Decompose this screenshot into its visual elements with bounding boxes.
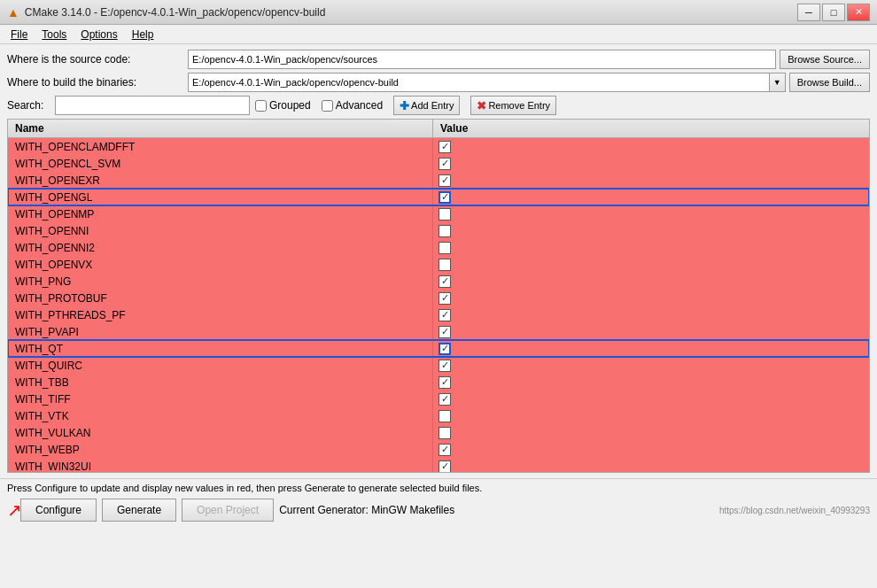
entry-value	[433, 224, 869, 238]
entry-name: WITH_WIN32UI	[8, 458, 433, 473]
menu-options[interactable]: Options	[74, 27, 124, 43]
table-row[interactable]: WITH_OPENNI2	[8, 239, 869, 256]
entry-name: WITH_OPENMP	[8, 205, 433, 222]
open-project-button[interactable]: Open Project	[182, 499, 274, 522]
app-icon: ▲	[7, 5, 19, 19]
entry-value	[433, 325, 869, 339]
entry-checkbox[interactable]	[438, 191, 451, 204]
entry-name: WITH_OPENGL	[8, 189, 433, 205]
grouped-checkbox-label[interactable]: Grouped	[255, 99, 311, 112]
remove-entry-button[interactable]: ✖ Remove Entry	[470, 96, 556, 115]
status-text: Press Configure to update and display ne…	[7, 483, 870, 493]
browse-source-button[interactable]: Browse Source...	[780, 50, 870, 69]
grouped-checkbox[interactable]	[255, 100, 267, 112]
table-row[interactable]: WITH_WIN32UI	[8, 458, 869, 473]
entry-name: WITH_OPENNI2	[8, 239, 433, 256]
table-row[interactable]: WITH_OPENCL_SVM	[8, 155, 869, 172]
build-input[interactable]	[189, 74, 769, 91]
table-row[interactable]: WITH_OPENEXR	[8, 172, 869, 189]
entry-name: WITH_WEBP	[8, 441, 433, 458]
build-label: Where to build the binaries:	[7, 76, 184, 89]
close-button[interactable]: ✕	[847, 4, 870, 21]
remove-icon: ✖	[477, 99, 486, 112]
add-entry-button[interactable]: ✚ Add Entry	[393, 96, 460, 115]
entry-checkbox[interactable]	[438, 444, 451, 456]
entry-checkbox[interactable]	[438, 225, 451, 237]
entry-checkbox[interactable]	[438, 275, 451, 288]
action-buttons: ↗ Configure Generate Open Project Curren…	[7, 499, 870, 522]
menu-help[interactable]: Help	[125, 27, 161, 43]
entry-checkbox[interactable]	[438, 208, 451, 220]
entry-checkbox[interactable]	[438, 259, 451, 271]
advanced-checkbox-label[interactable]: Advanced	[322, 99, 383, 112]
menu-tools[interactable]: Tools	[35, 27, 74, 43]
table-row[interactable]: WITH_VTK	[8, 407, 869, 424]
menu-file[interactable]: File	[4, 27, 35, 43]
entry-name: WITH_OPENCLAMDFFT	[8, 138, 433, 155]
entry-name: WITH_VULKAN	[8, 424, 433, 441]
entry-checkbox[interactable]	[438, 460, 451, 473]
watermark-text: https://blog.csdn.net/weixin_40993293	[719, 506, 870, 515]
build-dropdown-arrow[interactable]: ▼	[769, 74, 785, 91]
entry-value	[433, 157, 869, 171]
entry-value	[433, 207, 869, 221]
entry-value	[433, 426, 869, 440]
entry-checkbox[interactable]	[438, 427, 451, 439]
menu-bar: File Tools Options Help	[0, 25, 877, 44]
entry-checkbox[interactable]	[438, 376, 451, 389]
table-row[interactable]: WITH_TBB	[8, 374, 869, 391]
source-input[interactable]	[188, 50, 776, 69]
entry-value	[433, 174, 869, 188]
entry-checkbox[interactable]	[438, 292, 451, 305]
entry-name: WITH_OPENVX	[8, 256, 433, 273]
table-row[interactable]: WITH_VULKAN	[8, 424, 869, 441]
entry-name: WITH_TBB	[8, 374, 433, 391]
entry-checkbox[interactable]	[438, 326, 451, 338]
entry-value	[433, 392, 869, 406]
table-row[interactable]: WITH_PROTOBUF	[8, 290, 869, 306]
entry-value	[433, 409, 869, 423]
table-row[interactable]: WITH_OPENMP	[8, 205, 869, 222]
entry-name: WITH_PROTOBUF	[8, 290, 433, 306]
filter-options: Grouped Advanced ✚ Add Entry ✖ Remove En…	[255, 96, 870, 115]
bottom-bar: Press Configure to update and display ne…	[0, 478, 877, 525]
table-row[interactable]: WITH_QUIRC	[8, 357, 869, 374]
entry-value	[433, 342, 869, 356]
value-column-header: Value	[433, 120, 869, 137]
table-row[interactable]: WITH_WEBP	[8, 441, 869, 458]
table-row[interactable]: WITH_QT	[8, 340, 869, 357]
source-path-row: Where is the source code: Browse Source.…	[7, 50, 870, 69]
browse-build-button[interactable]: Browse Build...	[789, 73, 870, 92]
search-row: Search: Grouped Advanced ✚ Add Entry ✖ R…	[7, 96, 870, 115]
entry-value	[433, 359, 869, 373]
table-row[interactable]: WITH_PVAPI	[8, 323, 869, 340]
build-path-row: Where to build the binaries: ▼ Browse Bu…	[7, 73, 870, 92]
entry-checkbox[interactable]	[438, 158, 451, 170]
table-row[interactable]: WITH_OPENCLAMDFFT	[8, 138, 869, 155]
table-row[interactable]: WITH_OPENVX	[8, 256, 869, 273]
entry-checkbox[interactable]	[438, 174, 451, 187]
entry-value	[433, 190, 869, 205]
entry-checkbox[interactable]	[438, 343, 451, 355]
entry-checkbox[interactable]	[438, 242, 451, 254]
entry-checkbox[interactable]	[438, 360, 451, 372]
table-row[interactable]: WITH_OPENNI	[8, 222, 869, 239]
entry-checkbox[interactable]	[438, 309, 451, 321]
entry-value	[433, 460, 869, 474]
search-input[interactable]	[55, 96, 250, 115]
table-row[interactable]: WITH_OPENGL	[8, 189, 869, 205]
generate-button[interactable]: Generate	[102, 499, 176, 522]
table-row[interactable]: WITH_TIFF	[8, 391, 869, 407]
entry-checkbox[interactable]	[438, 393, 451, 406]
maximize-button[interactable]: □	[822, 4, 845, 21]
entry-value	[433, 375, 869, 390]
table-row[interactable]: WITH_PTHREADS_PF	[8, 306, 869, 323]
entry-checkbox[interactable]	[438, 410, 451, 422]
table-row[interactable]: WITH_PNG	[8, 273, 869, 290]
configure-button[interactable]: Configure	[20, 499, 97, 522]
entry-checkbox[interactable]	[438, 141, 451, 153]
minimize-button[interactable]: ─	[797, 4, 820, 21]
advanced-checkbox[interactable]	[322, 100, 333, 112]
entry-name: WITH_PTHREADS_PF	[8, 306, 433, 323]
entry-name: WITH_PVAPI	[8, 323, 433, 340]
